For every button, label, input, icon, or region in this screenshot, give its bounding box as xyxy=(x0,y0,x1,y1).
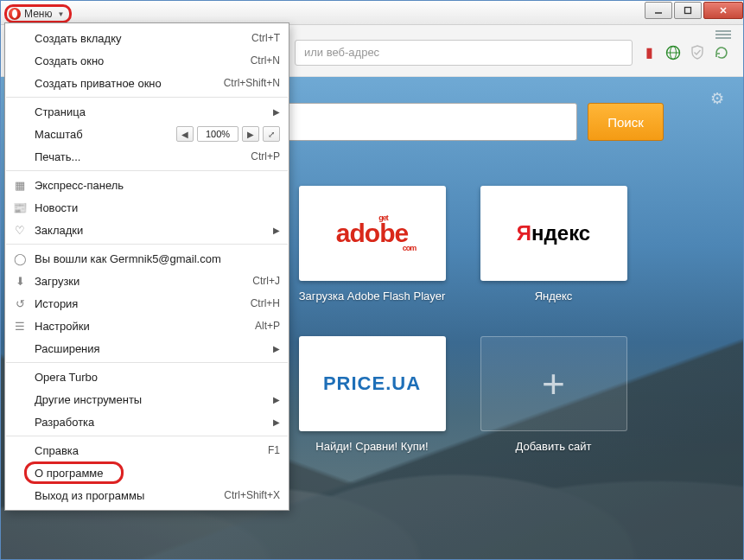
tile-label: Яндекс xyxy=(480,290,627,302)
zoom-in-button[interactable]: ▶ xyxy=(242,126,259,142)
menu-item-label: Другие инструменты xyxy=(35,393,142,406)
menu-item-shortcut: Ctrl+T xyxy=(251,32,280,44)
menu-separator xyxy=(6,170,288,171)
menu-item-label: Вы вошли как Germnik5@gmail.com xyxy=(35,252,221,265)
plus-icon: + xyxy=(542,360,565,407)
submenu-arrow-icon: ▶ xyxy=(273,417,280,427)
menu-print[interactable]: Печать... Ctrl+P xyxy=(5,145,289,168)
menu-settings[interactable]: ☰ Настройки Alt+P xyxy=(5,315,289,337)
address-bar[interactable]: или веб-адрес xyxy=(295,40,633,66)
menu-item-label: Opera Turbo xyxy=(35,371,98,384)
globe-icon[interactable] xyxy=(665,45,681,60)
menu-item-label: Настройки xyxy=(35,320,90,333)
download-icon: ⬇ xyxy=(12,273,28,289)
menu-exit[interactable]: Выход из программы Ctrl+Shift+X xyxy=(5,484,289,506)
zoom-out-button[interactable]: ◀ xyxy=(176,126,194,142)
tile-yandex[interactable]: Яндекс Яндекс xyxy=(480,186,627,302)
menu-item-label: Печать... xyxy=(35,150,80,163)
zoom-value: 100% xyxy=(197,126,238,142)
menu-item-label: Закладки xyxy=(35,224,83,237)
submenu-arrow-icon: ▶ xyxy=(273,107,280,117)
close-button[interactable] xyxy=(703,2,743,19)
tile-adobe[interactable]: get adobe com Загрузка Adobe Flash Playe… xyxy=(299,186,446,302)
menu-item-label: История xyxy=(35,297,78,310)
menu-item-shortcut: Ctrl+Shift+N xyxy=(224,77,280,89)
panel-toggle-icon[interactable] xyxy=(715,30,731,39)
menu-item-label: О программе xyxy=(35,467,104,480)
menu-bookmarks[interactable]: ♡ Закладки ▶ xyxy=(5,219,289,241)
submenu-arrow-icon: ▶ xyxy=(273,395,280,404)
menu-extensions[interactable]: Расширения ▶ xyxy=(5,337,289,360)
menu-other-tools[interactable]: Другие инструменты ▶ xyxy=(5,388,289,410)
menu-item-label: Страница xyxy=(35,105,86,118)
maximize-button[interactable] xyxy=(674,2,702,19)
history-icon: ↺ xyxy=(12,296,28,311)
menu-item-label: Масштаб xyxy=(35,128,83,141)
menu-zoom[interactable]: Масштаб ◀ 100% ▶ ⤢ xyxy=(5,123,289,145)
zoom-fullscreen-button[interactable]: ⤢ xyxy=(263,126,280,142)
menu-item-label: Разработка xyxy=(35,416,94,429)
menu-about[interactable]: О программе xyxy=(5,461,289,484)
user-icon: ◯ xyxy=(12,251,28,266)
menu-downloads[interactable]: ⬇ Загрузки Ctrl+J xyxy=(5,270,289,292)
tile-priceua[interactable]: PRICE.UA Найди! Сравни! Купи! xyxy=(299,336,446,453)
menu-item-label: Создать окно xyxy=(35,54,104,67)
menu-item-label: Создать приватное окно xyxy=(35,77,162,90)
menu-history[interactable]: ↺ История Ctrl+H xyxy=(5,292,289,315)
menu-opera-turbo[interactable]: Opera Turbo xyxy=(5,366,289,388)
yandex-ya: Я xyxy=(517,221,531,245)
adobe-com: com xyxy=(403,245,417,252)
menu-item-shortcut: Ctrl+N xyxy=(251,54,280,67)
window-titlebar: Меню ▼ xyxy=(1,1,743,25)
bookmark-icon[interactable]: ▮ xyxy=(641,45,657,60)
tile-add-site[interactable]: + Добавить сайт xyxy=(480,336,627,453)
menu-item-shortcut: Ctrl+P xyxy=(251,150,280,162)
heart-icon: ♡ xyxy=(12,222,28,238)
menu-separator xyxy=(6,362,288,363)
menu-new-private-window[interactable]: Создать приватное окно Ctrl+Shift+N xyxy=(5,72,289,94)
address-bar-placeholder: или веб-адрес xyxy=(304,46,379,59)
tile-label: Загрузка Adobe Flash Player xyxy=(299,290,446,302)
opera-menu-button[interactable]: Меню ▼ xyxy=(4,4,72,23)
menu-separator xyxy=(6,97,288,98)
submenu-arrow-icon: ▶ xyxy=(273,226,280,235)
gear-icon[interactable]: ⚙ xyxy=(710,89,724,108)
menu-item-label: Экспресс-панель xyxy=(35,179,124,192)
menu-item-shortcut: Alt+P xyxy=(255,320,280,332)
menu-item-label: Загрузки xyxy=(35,275,79,288)
tile-label: Найди! Сравни! Купи! xyxy=(299,440,446,453)
menu-item-label: Справка xyxy=(35,444,79,457)
menu-item-shortcut: F1 xyxy=(268,444,280,456)
menu-item-label: Новости xyxy=(35,201,78,214)
menu-new-tab[interactable]: Создать вкладку Ctrl+T xyxy=(5,27,289,49)
menu-signed-in[interactable]: ◯ Вы вошли как Germnik5@gmail.com xyxy=(5,247,289,270)
menu-separator xyxy=(6,436,288,436)
news-icon: 📰 xyxy=(12,200,28,215)
grid-icon: ▦ xyxy=(12,177,28,193)
zoom-controls: ◀ 100% ▶ ⤢ xyxy=(176,126,280,142)
menu-item-label: Выход из программы xyxy=(35,489,144,502)
menu-page[interactable]: Страница ▶ xyxy=(5,100,289,123)
menu-new-window[interactable]: Создать окно Ctrl+N xyxy=(5,49,289,72)
menu-item-shortcut: Ctrl+J xyxy=(252,275,280,287)
menu-separator xyxy=(6,244,288,245)
opera-menu-label: Меню xyxy=(24,8,52,20)
opera-logo-icon xyxy=(9,8,21,20)
minimize-button[interactable] xyxy=(645,2,672,19)
submenu-arrow-icon: ▶ xyxy=(273,344,280,353)
menu-item-label: Создать вкладку xyxy=(35,32,122,45)
tile-label: Добавить сайт xyxy=(480,440,627,453)
search-button[interactable]: Поиск xyxy=(588,103,664,141)
yandex-rest: ндекс xyxy=(531,221,590,245)
browser-window: Меню ▼ или веб-адрес ▮ ⚙ xyxy=(0,0,744,560)
search-button-label: Поиск xyxy=(607,115,644,130)
menu-news[interactable]: 📰 Новости xyxy=(5,196,289,219)
menu-developer[interactable]: Разработка ▶ xyxy=(5,410,289,433)
menu-item-label: Расширения xyxy=(35,342,100,355)
refresh-icon[interactable] xyxy=(714,45,729,60)
shield-icon[interactable] xyxy=(690,45,705,60)
menu-help[interactable]: Справка F1 xyxy=(5,439,289,461)
chevron-down-icon: ▼ xyxy=(57,10,64,18)
menu-speed-dial[interactable]: ▦ Экспресс-панель xyxy=(5,174,289,196)
menu-item-shortcut: Ctrl+Shift+X xyxy=(224,489,280,501)
